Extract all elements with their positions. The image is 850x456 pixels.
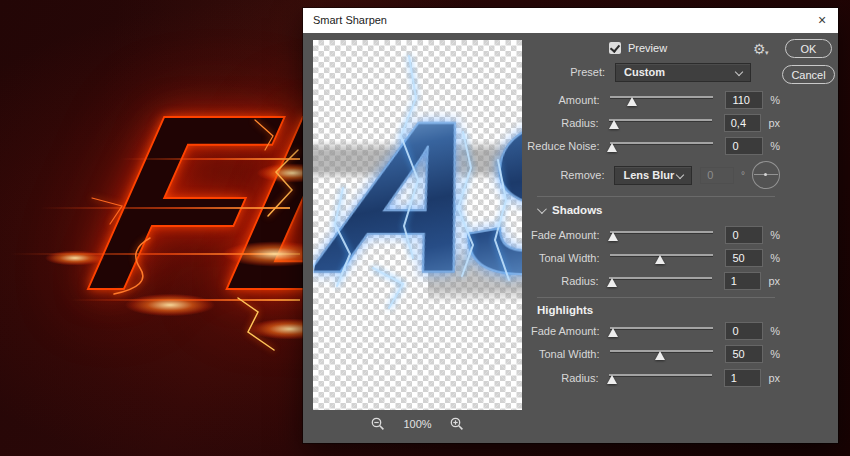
- preview-zoom-bar: 100%: [313, 414, 522, 434]
- radius-unit: px: [768, 117, 780, 129]
- shadows-title: Shadows: [552, 204, 602, 216]
- highlights-tonal-value-input[interactable]: 50: [725, 345, 763, 363]
- shadows-tonal-value-input[interactable]: 50: [725, 249, 763, 267]
- amount-value-input[interactable]: 110: [725, 91, 763, 109]
- shadows-tonal-unit: %: [770, 252, 780, 264]
- highlights-tonal-row: Tonal Width: 50 %: [460, 343, 780, 365]
- angle-input-disabled: 0: [700, 167, 734, 184]
- preview-toggle-row: Preview: [609, 40, 667, 56]
- highlights-radius-label: Radius:: [460, 372, 605, 384]
- preset-label: Preset:: [460, 66, 611, 78]
- degree-symbol: °: [741, 170, 745, 181]
- shadows-radius-value-input[interactable]: 1: [724, 272, 762, 290]
- angle-dial[interactable]: [752, 161, 780, 189]
- remove-row: Remove: Lens Blur 0 °: [460, 162, 780, 188]
- highlights-tonal-slider[interactable]: [610, 348, 714, 361]
- highlights-fade-slider[interactable]: [610, 325, 714, 338]
- reduce-noise-row: Reduce Noise: 0 %: [460, 135, 780, 157]
- shadows-radius-row: Radius: 1 px: [460, 270, 780, 292]
- highlights-fade-row: Fade Amount: 0 %: [460, 320, 780, 342]
- slider-track: [610, 96, 714, 98]
- shadows-fade-row: Fade Amount: 0 %: [460, 224, 780, 246]
- radius-slider[interactable]: [609, 117, 712, 130]
- dialog-body: AS 100%: [303, 33, 838, 443]
- slider-thumb[interactable]: [655, 351, 665, 360]
- shadows-fade-label: Fade Amount:: [460, 229, 606, 241]
- slider-track: [609, 119, 712, 121]
- highlights-tonal-label: Tonal Width:: [460, 348, 606, 360]
- chevron-down-icon[interactable]: [537, 204, 547, 214]
- shadows-fade-unit: %: [770, 229, 780, 241]
- zoom-out-icon[interactable]: [371, 417, 385, 431]
- shadows-radius-label: Radius:: [460, 275, 605, 287]
- shadows-radius-unit: px: [768, 275, 780, 287]
- slider-thumb[interactable]: [627, 97, 637, 106]
- shadows-radius-slider[interactable]: [609, 275, 712, 288]
- highlights-radius-unit: px: [768, 372, 780, 384]
- highlights-fade-unit: %: [770, 325, 780, 337]
- remove-label: Remove:: [460, 169, 610, 181]
- slider-track: [609, 374, 712, 376]
- gear-icon: ⚙: [753, 41, 766, 57]
- slider-track: [610, 142, 714, 144]
- reduce-noise-label: Reduce Noise:: [460, 140, 606, 152]
- gear-menu-arrow-icon: ▾: [765, 49, 769, 57]
- highlights-section-header: Highlights: [537, 302, 593, 318]
- reduce-noise-value-input[interactable]: 0: [725, 137, 763, 155]
- radius-value-input[interactable]: 0,4: [724, 114, 762, 132]
- cancel-button[interactable]: Cancel: [782, 65, 835, 84]
- shadows-section-header: Shadows: [537, 202, 602, 218]
- photoshop-workspace: FLA Smart Sharpen × AS: [0, 0, 850, 456]
- chevron-down-icon: [735, 67, 743, 75]
- slider-track: [609, 277, 712, 279]
- slider-thumb[interactable]: [609, 120, 619, 129]
- highlights-radius-slider[interactable]: [609, 372, 712, 385]
- slider-track: [610, 327, 714, 329]
- radius-row: Radius: 0,4 px: [460, 112, 780, 134]
- preset-select[interactable]: Custom: [615, 63, 751, 82]
- slider-track: [610, 231, 714, 233]
- fire-lightning-decoration: [0, 0, 320, 456]
- shadows-tonal-row: Tonal Width: 50 %: [460, 247, 780, 269]
- amount-unit: %: [770, 94, 780, 106]
- slider-thumb[interactable]: [608, 232, 618, 241]
- slider-thumb[interactable]: [607, 375, 617, 384]
- slider-thumb[interactable]: [655, 255, 665, 264]
- slider-thumb[interactable]: [608, 328, 618, 337]
- shadows-fade-slider[interactable]: [610, 229, 714, 242]
- radius-label: Radius:: [460, 117, 605, 129]
- remove-value: Lens Blur: [623, 169, 674, 181]
- shadows-fade-value-input[interactable]: 0: [725, 226, 763, 244]
- smart-sharpen-dialog: Smart Sharpen × AS: [303, 8, 838, 443]
- section-divider: [537, 297, 775, 298]
- zoom-in-icon[interactable]: [450, 417, 464, 431]
- remove-select[interactable]: Lens Blur: [614, 166, 692, 185]
- highlights-radius-value-input[interactable]: 1: [724, 369, 762, 387]
- shadows-tonal-label: Tonal Width:: [460, 252, 606, 264]
- highlights-radius-row: Radius: 1 px: [460, 367, 780, 389]
- slider-thumb[interactable]: [607, 143, 617, 152]
- highlights-fade-label: Fade Amount:: [460, 325, 606, 337]
- preview-checkbox[interactable]: [609, 42, 621, 54]
- zoom-level: 100%: [403, 418, 431, 430]
- dialog-titlebar[interactable]: Smart Sharpen ×: [303, 8, 838, 33]
- highlights-tonal-unit: %: [770, 348, 780, 360]
- reduce-noise-slider[interactable]: [610, 140, 714, 153]
- close-icon[interactable]: ×: [813, 8, 831, 32]
- slider-thumb[interactable]: [607, 278, 617, 287]
- preview-checkbox-label: Preview: [628, 42, 667, 54]
- section-divider: [537, 196, 775, 197]
- ok-button[interactable]: OK: [785, 39, 832, 58]
- preset-value: Custom: [624, 66, 665, 78]
- reduce-noise-unit: %: [770, 140, 780, 152]
- amount-slider[interactable]: [610, 94, 714, 107]
- preset-row: Preset: Custom: [460, 61, 780, 83]
- settings-menu-button[interactable]: ⚙ ▾: [753, 40, 773, 58]
- highlights-title: Highlights: [537, 304, 593, 316]
- shadows-tonal-slider[interactable]: [610, 252, 714, 265]
- amount-row: Amount: 110 %: [460, 89, 780, 111]
- dialog-title: Smart Sharpen: [313, 8, 387, 33]
- chevron-down-icon: [676, 170, 684, 178]
- highlights-fade-value-input[interactable]: 0: [725, 322, 763, 340]
- amount-label: Amount:: [460, 94, 606, 106]
